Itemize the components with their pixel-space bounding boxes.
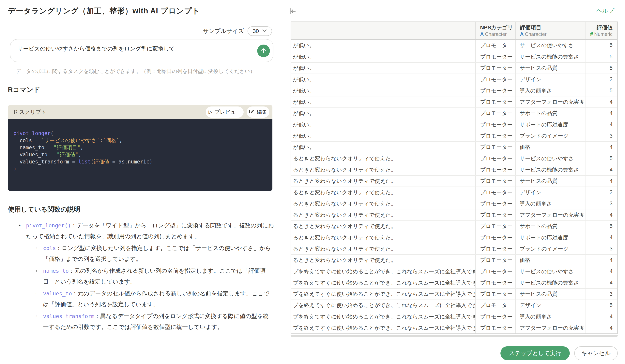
table-cell: 4 [586,311,617,322]
column-type: #Numeric [586,31,613,37]
table-row: るときと変わらないクオリティで使えた。プロモーターサービスの使いやすさ5 [291,153,617,164]
collapse-panel-button[interactable] [288,7,297,16]
table-cell: プロモーター [475,255,515,266]
table-row: が低い。プロモーターデザイン2 [291,74,617,85]
table-cell: が低い。 [291,40,475,51]
table-row: プを終えてすぐに使い始めることができ、これならスムーズに全社導入でき...プロモ… [291,311,617,322]
table-cell: 4 [586,232,617,243]
table-cell: るときと変わらないクオリティで使えた。 [291,176,475,187]
table-row: るときと変わらないクオリティで使えた。プロモーターサービスの機能の豊富さ4 [291,164,617,175]
table-cell: サービスの使いやすさ [515,266,586,277]
table-cell: 5 [586,51,617,62]
table-cell: プロモーター [475,311,515,322]
table-cell: が低い。 [291,74,475,85]
run-as-step-button[interactable]: ステップとして実行 [500,346,570,360]
column-header [291,22,475,39]
table-body: が低い。プロモーターサービスの使いやすさ5が低い。プロモーターサービスの機能の豊… [291,40,617,334]
table-row: が低い。プロモーターサポートの応対速度4 [291,119,617,130]
table-row: るときと変わらないクオリティで使えた。プロモーターサポートの応対速度4 [291,232,617,243]
sample-size-row: サンプルサイズ 30 [203,27,272,36]
functions-doc-heading: 使用している関数の説明 [8,205,80,214]
table-cell: プを終えてすぐに使い始めることができ、これならスムーズに全社導入でき... [291,322,475,333]
inline-code: values_transform [43,313,94,319]
character-type-icon: A [520,31,524,37]
doc-subitem: names_to：元の列名から作成される新しい列の名前を指定します。ここでは「評… [8,265,274,287]
prompt-submit-button[interactable] [257,45,270,57]
inline-code: pivot_longer() [26,223,71,228]
doc-item: pivot_longer()：データを「ワイド型」から「ロング型」に変換する関数… [8,220,274,242]
table-cell: 5 [586,153,617,164]
table-cell: アフターフォローの充実度 [515,96,586,107]
table-cell: プを終えてすぐに使い始めることができ、これならスムーズに全社導入でき... [291,266,475,277]
doc-item-text: ：ロング型に変換したい列を指定します。ここでは「サービスの使いやすさ」から「価格… [43,245,271,262]
table-cell: プロモーター [475,108,515,119]
column-type: ACharacter [520,31,586,37]
help-link[interactable]: ヘルプ [596,7,614,15]
table-cell: るときと変わらないクオリティで使えた。 [291,221,475,232]
inline-code: values_to [43,290,72,297]
table-cell: 4 [586,96,617,107]
table-cell: 4 [586,322,617,333]
cancel-button[interactable]: キャンセル [574,346,618,360]
sample-size-select[interactable]: 30 [248,27,272,36]
table-cell: プロモーター [475,266,515,277]
table-cell: 導入の簡単さ [515,311,586,322]
table-row: が低い。プロモーター価格4 [291,141,617,153]
table-cell: プを終えてすぐに使い始めることができ、これならスムーズに全社導入でき... [291,300,475,311]
table-row: るときと変わらないクオリティで使えた。プロモーター価格4 [291,254,617,266]
table-cell: 導入の簡単さ [515,85,586,96]
table-cell: プを終えてすぐに使い始めることができ、これならスムーズに全社導入でき... [291,311,475,322]
horizontal-scrollbar[interactable] [291,335,618,337]
table-cell: プロモーター [475,176,515,187]
table-cell: が低い。 [291,119,475,130]
table-cell: 4 [586,176,617,187]
code-line: values_transform = list(評価値 = as.numeric… [13,158,269,165]
table-cell: デザイン [515,187,586,198]
table-row: が低い。プロモーターサービスの機能の豊富さ5 [291,51,617,62]
table-cell: るときと変わらないクオリティで使えた。 [291,255,475,266]
table-cell: が低い。 [291,142,475,153]
code-line: values_to = "評価値", [13,151,269,158]
inline-code: cols [43,245,56,251]
table-cell: デザイン [515,74,586,85]
table-cell: プロモーター [475,243,515,254]
table-cell: プロモーター [475,232,515,243]
table-cell: デザイン [515,300,586,311]
edit-button[interactable]: 編集 [247,107,269,118]
table-cell: 3 [586,289,617,300]
table-cell: プロモーター [475,63,515,74]
table-cell: 3 [586,243,617,254]
column-header: 評価値#Numeric [586,22,617,39]
table-cell: 価格 [515,142,586,153]
functions-doc-list: pivot_longer()：データを「ワイド型」から「ロング型」に変換する関数… [8,218,274,332]
table-cell: サービスの品質 [515,289,586,300]
preview-button[interactable]: ▷ プレビュー [206,107,244,118]
table-cell: 5 [586,40,617,51]
table-cell: プを終えてすぐに使い始めることができ、これならスムーズに全社導入でき... [291,277,475,288]
table-cell: が低い。 [291,108,475,119]
table-cell: が低い。 [291,130,475,141]
table-cell: サポートの品質 [515,221,586,232]
table-cell: プロモーター [475,277,515,288]
table-cell: プロモーター [475,289,515,300]
collapse-left-icon [288,13,297,16]
table-cell: アフターフォローの充実度 [515,209,586,220]
edit-pencil-icon [249,109,254,115]
table-cell: サービスの品質 [515,176,586,187]
table-cell: 2 [586,187,617,198]
table-cell: 導入の簡単さ [515,198,586,209]
doc-item-text: ：元の列名から作成される新しい列の名前を指定します。ここでは「評価項目」という列… [43,268,266,285]
table-cell: プロモーター [475,85,515,96]
table-row: が低い。プロモーター導入の簡単さ5 [291,85,617,96]
table-row: プを終えてすぐに使い始めることができ、これならスムーズに全社導入でき...プロモ… [291,300,617,311]
doc-subitem: cols：ロング型に変換したい列を指定します。ここでは「サービスの使いやすさ」か… [8,243,274,264]
doc-item-text: ：元のデータのセル値から作成される新しい列の名前を指定します。ここでは「評価値」… [43,290,269,308]
table-cell: が低い。 [291,96,475,107]
doc-subitem: values_to：元のデータのセル値から作成される新しい列の名前を指定します。… [8,288,274,309]
table-cell: 価格 [515,255,586,266]
prompt-input[interactable]: サービスの使いやすさから価格までの列をロング型に変換して [10,39,273,62]
table-row: プを終えてすぐに使い始めることができ、これならスムーズに全社導入でき...プロモ… [291,277,617,288]
code-line: cols = `サービスの使いやすさ`:`価格`, [13,137,269,144]
table-row: が低い。プロモーターアフターフォローの充実度4 [291,96,617,107]
column-header: NPSカテゴリACharacter [475,22,515,39]
